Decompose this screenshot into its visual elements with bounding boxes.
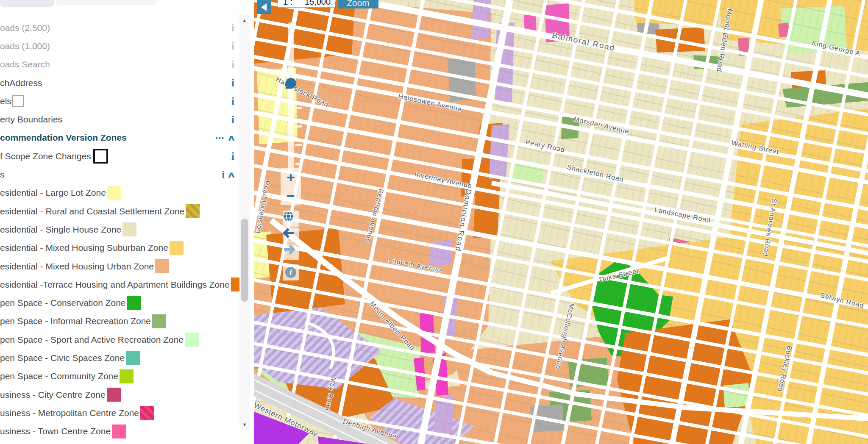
legend-color-swatch [107,388,121,402]
slider-tick [295,144,302,146]
map-container: Balmoral RoadMount Eden RoadKing George … [254,0,868,444]
zoom-button-label: Zoom [347,0,370,8]
layer-label: chAddress [0,78,42,88]
layer-label: usiness - Metropolitan Centre Zone [0,408,139,418]
layer-item-els[interactable]: elsi [0,92,239,110]
layer-item-s[interactable]: si∧ [0,165,239,183]
scale-value: 15,000 [305,0,331,7]
info-icon-disabled[interactable]: i [231,22,234,33]
layer-menu-icon[interactable]: ••• [215,134,225,142]
legend-item-esidential-large-lot-zone[interactable]: esidential - Large Lot Zone [0,184,239,202]
legend-color-swatch [186,204,200,218]
info-icon[interactable]: i [231,114,234,125]
legend-item-pen-space-sport-and-active-recreation-zone[interactable]: pen Space - Sport and Active Recreation … [0,330,239,349]
layer-label: s [0,169,5,180]
zoom-slider-handle[interactable] [286,78,296,89]
info-icon[interactable]: i [231,151,234,161]
sidebar-scrollbar[interactable]: ▲ ▼ [239,15,250,430]
legend-item-usiness-city-centre-zone[interactable]: usiness - City Centre Zone [0,386,239,404]
layer-label: erty Boundaries [0,114,62,125]
legend-item-pen-space-community-zone[interactable]: pen Space - Community Zone [0,367,239,386]
legend-item-esidential-single-house-zone[interactable]: esidential - Single House Zone [0,220,239,239]
layer-item-erty-boundaries[interactable]: erty Boundariesi [0,110,239,128]
legend-item-esidential-mixed-housing-suburban-zone[interactable]: esidential - Mixed Housing Suburban Zone [0,239,239,257]
map-viewer-app: oads (2,500)ioads (1,000)ioads Searchich… [0,0,868,444]
panel-tab-remnant [56,0,157,5]
info-icon-disabled[interactable]: i [231,41,234,51]
zoom-out-button[interactable]: − [281,186,301,205]
next-extent-button[interactable] [283,244,299,260]
info-icon-disabled[interactable]: i [231,59,234,70]
legend-color-swatch [170,241,184,255]
layer-list: oads (2,500)ioads (1,000)ioads Searchich… [0,19,239,441]
legend-color-swatch [120,369,134,383]
row-icons: i [231,74,234,92]
zoom-button[interactable]: Zoom [338,0,378,8]
forward-arrow-icon [283,244,295,255]
legend-item-pen-space-informal-recreation-zone[interactable]: pen Space - Informal Recreation Zone [0,312,239,330]
layer-item-f-scope-zone-changes[interactable]: f Scope Zone Changesi [0,147,239,165]
legend-color-swatch [107,186,121,200]
layer-label: f Scope Zone Changes [0,151,91,161]
layer-label: els [0,96,11,106]
layer-label: esidential - Rural and Coastal Settlemen… [0,206,184,216]
scrollbar-thumb[interactable] [241,219,248,302]
previous-extent-button[interactable] [283,228,299,244]
legend-item-usiness-town-centre-zone[interactable]: usiness - Town Centre Zone [0,422,239,441]
layer-item-oads-2-500[interactable]: oads (2,500)i [0,19,239,37]
layer-label: pen Space - Community Zone [0,371,118,381]
legend-item-usiness-metropolitan-centre-zone[interactable]: usiness - Metropolitan Centre Zone [0,404,239,422]
row-icons: i [231,19,234,37]
full-extent-button[interactable] [283,211,299,227]
layer-item-commendation-version-zones[interactable]: commendation Version Zones•••∧ [0,129,239,147]
identify-button[interactable]: i [283,264,299,280]
layer-checkbox[interactable] [12,95,24,107]
collapse-panel-button[interactable] [257,0,271,14]
legend-color-swatch [185,333,199,347]
layer-item-chaddress[interactable]: chAddressi [0,74,239,92]
layer-label: pen Space - Conservation Zone [0,298,126,308]
row-icons: i [231,147,234,165]
scrollbar-up-icon[interactable]: ▲ [239,15,250,25]
zoom-slider-track[interactable] [288,22,294,172]
info-icon[interactable]: i [222,169,225,180]
scale-prefix: 1 : [283,0,292,7]
slider-tick [295,125,302,128]
chevron-up-icon[interactable]: ∧ [227,170,236,180]
slider-tick [295,163,302,165]
info-icon[interactable]: i [231,96,234,106]
slider-tick [295,107,302,109]
legend-item-pen-space-conservation-zone[interactable]: pen Space - Conservation Zone [0,294,239,312]
layer-label: esidential - Large Lot Zone [0,188,106,198]
legend-color-swatch [112,425,126,438]
layer-label: esidential - Single House Zone [0,225,121,235]
legend-color-swatch [152,314,166,328]
row-icons: i [231,92,234,110]
layer-label: esidential - Mixed Housing Suburban Zone [0,243,168,253]
layer-label: esidential -Terrace Housing and Apartmen… [0,280,230,290]
layer-item-oads-search[interactable]: oads Searchi [0,56,239,74]
row-icons: i [231,37,234,55]
row-icons: i∧ [222,165,234,183]
zoning-map-canvas[interactable] [254,0,868,444]
legend-item-esidential-rural-and-coastal-settlement-zone[interactable]: esidential - Rural and Coastal Settlemen… [0,202,239,220]
layer-item-oads-1-000[interactable]: oads (1,000)i [0,37,239,55]
legend-item-pen-space-civic-spaces-zone[interactable]: pen Space - Civic Spaces Zone [0,349,239,367]
zoom-in-button[interactable]: + [281,168,301,186]
info-icon[interactable]: i [231,78,234,88]
legend-color-swatch [155,259,169,273]
chevron-up-icon[interactable]: ∧ [227,133,236,143]
layer-label: esidential - Mixed Housing Urban Zone [0,261,154,272]
legend-color-swatch [93,149,108,164]
scrollbar-down-icon[interactable]: ▼ [239,419,250,430]
layer-label: pen Space - Civic Spaces Zone [0,353,125,363]
layer-label: oads (1,000) [0,41,50,51]
legend-color-swatch [126,351,140,365]
legend-color-swatch [127,296,141,310]
scale-input[interactable]: 1 : 15,000 [278,0,335,8]
globe-icon [283,211,294,222]
legend-item-esidential-mixed-housing-urban-zone[interactable]: esidential - Mixed Housing Urban Zone [0,257,239,275]
layer-label: oads (2,500) [0,23,50,33]
legend-item-esidential-terrace-housing-and-apartment-buildings-zone[interactable]: esidential -Terrace Housing and Apartmen… [0,275,239,294]
layer-label: pen Space - Informal Recreation Zone [0,316,151,326]
